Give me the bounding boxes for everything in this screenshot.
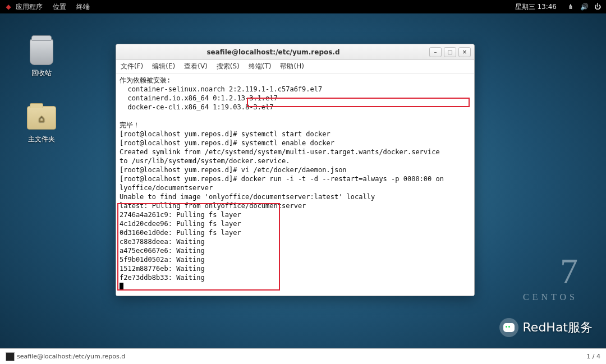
close-button[interactable]: ×: [458, 47, 471, 57]
term-line: [root@localhost yum.repos.d]#: [120, 175, 241, 183]
term-line: 1512m88776eb: Waiting: [120, 265, 205, 273]
term-line: 2746a4a261c9: Pulling fs layer: [120, 211, 241, 219]
menu-terminal-app[interactable]: 终端(T): [249, 62, 272, 71]
menu-search[interactable]: 搜索(S): [217, 62, 240, 71]
menu-terminal[interactable]: 终端: [76, 2, 90, 12]
term-line: latest: Pulling from onlyoffice/document…: [120, 202, 306, 210]
term-line: c8e37888deea: Waiting: [120, 238, 205, 246]
os-version: 7: [523, 251, 578, 292]
term-line: Created symlink from /etc/systemd/system…: [120, 148, 440, 156]
trash-icon: [27, 37, 56, 66]
term-line: 4c1d20cdee96: Pulling fs layer: [120, 220, 241, 228]
distro-icon: ◆: [4, 3, 12, 11]
term-line: 0d3160e1d0de: Pulling fs layer: [120, 229, 241, 237]
term-line: [root@localhost yum.repos.d]# systemctl …: [120, 139, 334, 147]
clock[interactable]: 星期三 13:46: [515, 2, 557, 12]
desktop-trash[interactable]: 回收站: [19, 37, 64, 78]
task-thumb-icon: [6, 352, 15, 361]
power-icon[interactable]: ⏻: [594, 3, 602, 11]
system-tray: ⋔ 🔊 ⏻: [567, 3, 602, 11]
menu-help[interactable]: 帮助(H): [280, 62, 304, 71]
window-menubar: 文件(F) 编辑(E) 查看(V) 搜索(S) 终端(T) 帮助(H): [116, 60, 474, 73]
term-line: container-selinux.noarch 2:2.119.1-1.c57…: [120, 85, 322, 93]
wechat-icon: [499, 318, 518, 337]
wechat-badge: RedHat服务: [499, 318, 593, 337]
trash-label: 回收站: [19, 68, 64, 78]
task-title: seafile@localhost:/etc/yum.repos.d: [17, 353, 125, 360]
terminal-cursor: [120, 283, 123, 290]
volume-icon[interactable]: 🔊: [580, 3, 588, 11]
term-line: docker-ce-cli.x86_64 1:19.03.8-3.el7: [120, 103, 274, 111]
menu-places[interactable]: 位置: [53, 2, 66, 12]
term-line: f2e73ddb8b33: Waiting: [120, 274, 205, 282]
window-title: seafile@localhost:/etc/yum.repos.d: [120, 48, 427, 56]
term-line: lyoffice/documentserver: [120, 184, 213, 192]
term-line: 作为依赖被安装:: [120, 76, 171, 84]
menu-edit[interactable]: 编辑(E): [152, 62, 175, 71]
term-line: a475ec0667e6: Waiting: [120, 247, 205, 255]
footer-bar: seafile@localhost:/etc/yum.repos.d 1 / 4: [0, 348, 606, 364]
page-indicator: 1 / 4: [586, 353, 600, 360]
minimize-button[interactable]: –: [429, 47, 442, 57]
network-icon[interactable]: ⋔: [567, 3, 575, 11]
maximize-button[interactable]: ▢: [444, 47, 456, 57]
os-brand: 7 CENTOS: [523, 251, 578, 302]
term-line: Unable to find image 'onlyoffice/documen…: [120, 193, 375, 201]
menu-applications[interactable]: 应用程序: [16, 2, 43, 12]
menu-view[interactable]: 查看(V): [184, 62, 208, 71]
term-line: [root@localhost yum.repos.d]# vi /etc/do…: [120, 166, 347, 174]
desktop-home[interactable]: ⌂ 主文件夹: [19, 103, 64, 144]
top-panel: ◆ 应用程序 位置 终端 星期三 13:46 ⋔ 🔊 ⏻: [0, 0, 606, 13]
wechat-label: RedHat服务: [523, 319, 593, 336]
term-line: 5f9b01d0502a: Waiting: [120, 256, 205, 264]
window-titlebar[interactable]: seafile@localhost:/etc/yum.repos.d – ▢ ×: [116, 44, 474, 60]
term-line: to /usr/lib/systemd/system/docker.servic…: [120, 157, 290, 165]
term-line: [root@localhost yum.repos.d]# systemctl …: [120, 130, 330, 138]
term-line: containerd.io.x86_64 0:1.2.13-3.1.el7: [120, 94, 278, 102]
terminal-window: seafile@localhost:/etc/yum.repos.d – ▢ ×…: [116, 44, 475, 296]
terminal-body[interactable]: 作为依赖被安装: container-selinux.noarch 2:2.11…: [116, 73, 474, 296]
term-highlight-cmd: docker run -i -t -d --restart=always -p …: [241, 175, 444, 183]
term-line: 完毕！: [120, 121, 140, 129]
folder-icon: ⌂: [27, 103, 56, 132]
home-label: 主文件夹: [19, 135, 64, 144]
os-name: CENTOS: [523, 292, 578, 302]
menu-file[interactable]: 文件(F): [121, 62, 143, 71]
taskbar-entry[interactable]: seafile@localhost:/etc/yum.repos.d: [6, 352, 125, 361]
